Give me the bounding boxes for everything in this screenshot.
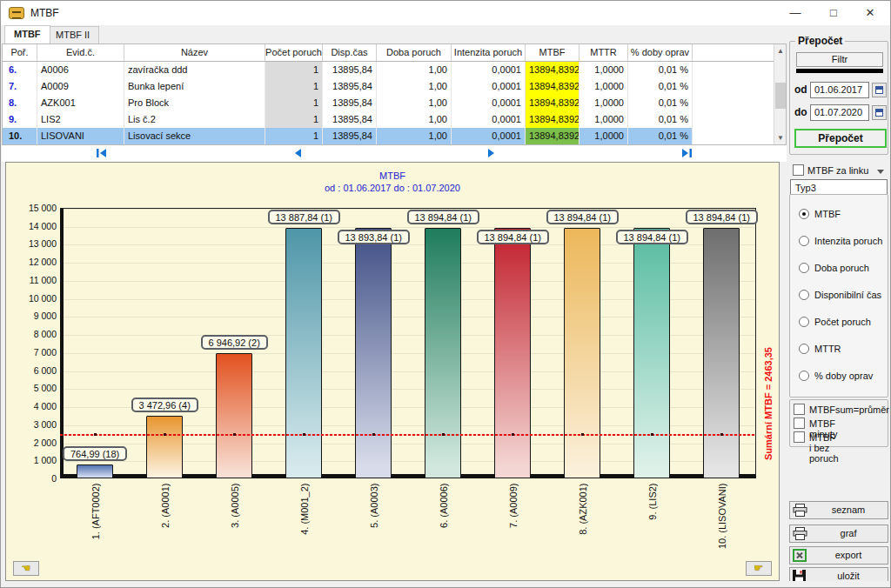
column-header[interactable]: MTTR (579, 44, 628, 61)
radio-icon[interactable] (799, 263, 809, 273)
table-cell[interactable]: LIS2 (37, 111, 124, 128)
scroll-down-icon[interactable]: ▼ (774, 131, 787, 144)
radio-icon[interactable] (799, 371, 809, 381)
table-cell[interactable]: Bunka lepení (124, 78, 265, 95)
table-cell[interactable]: 13894,8392 (526, 78, 579, 95)
column-header[interactable]: % doby oprav (628, 44, 693, 61)
table-cell[interactable]: 13894,8392 (526, 62, 579, 78)
column-header[interactable]: MTBF (526, 44, 579, 61)
table-cell[interactable]: AZK001 (37, 95, 124, 111)
mtbf-za-linku-checkbox[interactable] (793, 164, 804, 176)
table-row[interactable]: 8.AZK001Pro Block113895,841,000,00011389… (3, 95, 786, 111)
table-cell[interactable]: 13894,8392 (526, 95, 579, 111)
radio-icon[interactable] (799, 290, 809, 300)
scrollbar-thumb[interactable] (775, 83, 786, 109)
radio-icon[interactable] (799, 236, 809, 246)
table-cell[interactable]: 7. (3, 78, 37, 95)
table-cell[interactable]: 0,0001 (452, 78, 526, 95)
table-cell[interactable]: 10. (3, 128, 37, 144)
radio-icon[interactable] (799, 344, 809, 354)
hand-right-icon[interactable]: ☛ (746, 561, 772, 576)
table-cell[interactable]: 13895,84 (323, 111, 377, 128)
table-scrollbar[interactable]: ▲ ▼ (774, 44, 786, 144)
date-from-input[interactable]: 01.06.2017 (810, 82, 869, 98)
table-cell[interactable]: 0,01 % (628, 95, 693, 111)
print-chart-button[interactable]: graf (789, 525, 888, 543)
table-cell[interactable]: 0,0001 (452, 128, 526, 144)
checkbox-icon[interactable] (794, 418, 805, 429)
column-header[interactable]: Název (124, 44, 265, 61)
table-cell[interactable]: Lis č.2 (124, 111, 265, 128)
checkbox-icon[interactable] (794, 404, 805, 415)
table-cell[interactable]: zavíračka ddd (124, 62, 265, 78)
first-page-icon[interactable] (93, 148, 111, 160)
table-cell[interactable]: 1,0000 (579, 78, 628, 95)
date-to-input[interactable]: 01.07.2020 (810, 104, 869, 121)
print-list-button[interactable]: seznam (789, 501, 888, 519)
table-cell[interactable]: 1 (265, 128, 323, 144)
column-header[interactable]: Poř. (3, 44, 37, 61)
table-cell[interactable]: 13895,84 (323, 62, 377, 78)
maximize-button[interactable]: □ (815, 1, 852, 25)
table-cell[interactable]: A0009 (37, 78, 124, 95)
table-cell[interactable]: 13895,84 (323, 95, 377, 111)
column-header[interactable]: Disp.čas (323, 44, 377, 61)
tab-mtbf[interactable]: MTBF (4, 25, 50, 43)
table-row[interactable]: 9.LIS2Lis č.2113895,841,000,000113894,83… (3, 111, 786, 128)
filter-button[interactable]: Filtr (796, 52, 883, 67)
close-button[interactable]: ✕ (852, 1, 888, 25)
table-cell[interactable]: 1,00 (377, 111, 452, 128)
table-cell[interactable]: 1,00 (377, 95, 452, 111)
table-cell[interactable]: 1,00 (377, 62, 452, 78)
table-cell[interactable]: 1 (265, 95, 323, 111)
table-cell[interactable]: 1,0000 (579, 62, 628, 78)
table-cell[interactable]: 1 (265, 62, 323, 78)
table-cell[interactable]: 13894,8392 (526, 128, 579, 144)
table-cell[interactable]: Lisovací sekce (124, 128, 265, 144)
table-cell[interactable]: 0,0001 (452, 111, 526, 128)
table-cell[interactable]: 0,0001 (452, 62, 526, 78)
minimize-button[interactable]: — (777, 1, 814, 25)
table-cell[interactable]: 0,01 % (628, 128, 693, 144)
scroll-up-icon[interactable]: ▲ (774, 44, 787, 57)
radio-icon[interactable] (799, 317, 809, 327)
table-row[interactable]: 6.A0006zavíračka ddd113895,841,000,00011… (3, 62, 786, 78)
table-cell[interactable]: 1,00 (377, 78, 452, 95)
calendar-icon[interactable] (872, 83, 887, 97)
next-page-icon[interactable] (483, 148, 500, 160)
table-cell[interactable]: 0,01 % (628, 111, 693, 128)
column-header[interactable]: Intenzita poruch (452, 44, 526, 61)
export-button[interactable]: export (789, 546, 888, 565)
table-cell[interactable]: 1,0000 (579, 95, 628, 111)
table-cell[interactable]: 9. (3, 111, 37, 128)
table-cell[interactable]: 13895,84 (323, 78, 377, 95)
column-header[interactable]: Evid.č. (37, 44, 124, 61)
prev-page-icon[interactable] (289, 148, 306, 160)
table-cell[interactable]: 8. (3, 95, 37, 111)
table-cell[interactable]: 1,00 (377, 128, 452, 144)
tab-mtbf-ii[interactable]: MTBF II (46, 26, 99, 43)
checkbox-icon[interactable] (794, 431, 805, 443)
last-page-icon[interactable] (678, 148, 695, 160)
table-cell[interactable]: A0006 (37, 62, 124, 78)
table-cell[interactable]: 6. (3, 62, 37, 78)
table-cell[interactable]: 13895,84 (323, 128, 377, 144)
radio-icon[interactable] (799, 209, 809, 219)
recalculate-button[interactable]: Přepočet (794, 129, 887, 148)
column-header[interactable]: Počet poruch (265, 44, 323, 61)
table-cell[interactable]: 1 (265, 111, 323, 128)
table-cell[interactable]: LISOVANI (37, 128, 124, 144)
table-cell[interactable]: 1 (265, 78, 323, 95)
table-cell[interactable]: 13894,8392 (526, 111, 579, 128)
hand-left-icon[interactable]: ☚ (13, 561, 39, 576)
table-row[interactable]: 10.LISOVANILisovací sekce113895,841,000,… (3, 128, 786, 144)
table-cell[interactable]: 0,0001 (452, 95, 526, 111)
table-cell[interactable]: Pro Block (124, 95, 265, 111)
table-cell[interactable]: 1,0000 (579, 111, 628, 128)
table-cell[interactable]: 0,01 % (628, 78, 693, 95)
calendar-icon[interactable] (872, 105, 887, 120)
column-header[interactable]: Doba poruch (377, 44, 452, 61)
table-cell[interactable]: 1,0000 (579, 128, 628, 144)
table-row[interactable]: 7.A0009Bunka lepení113895,841,000,000113… (3, 78, 786, 95)
table-cell[interactable]: 0,01 % (628, 62, 693, 78)
